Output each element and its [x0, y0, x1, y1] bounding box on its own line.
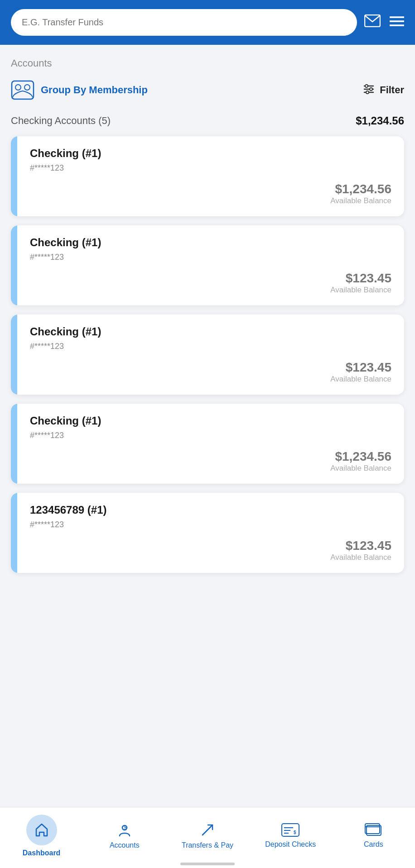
checking-accounts-header: Checking Accounts (5) $1,234.56 — [11, 114, 404, 127]
card-body: Checking (#1) #*****123 $1,234.56 Availa… — [17, 404, 404, 484]
nav-accounts-label: Accounts — [110, 841, 140, 849]
search-bar[interactable] — [11, 9, 357, 36]
main-content: Accounts Group By Membership — [0, 45, 415, 636]
card-balance: $123.45 — [346, 539, 391, 553]
nav-transfers-label: Transfers & Pay — [182, 841, 233, 849]
card-number: #*****123 — [30, 431, 391, 440]
card-number: #*****123 — [30, 342, 391, 351]
group-by-membership-button[interactable]: Group By Membership — [11, 80, 148, 100]
account-card-4[interactable]: Checking (#1) #*****123 $1,234.56 Availa… — [11, 404, 404, 484]
search-input[interactable] — [22, 17, 346, 28]
bottom-nav: Dashboard $ Accounts Transfers & Pay — [0, 807, 415, 868]
svg-text:$: $ — [294, 830, 296, 835]
bottom-indicator — [180, 863, 235, 865]
card-balance-row: $1,234.56 Available Balance — [30, 182, 391, 205]
card-balance-row: $123.45 Available Balance — [30, 539, 391, 562]
account-card-2[interactable]: Checking (#1) #*****123 $123.45 Availabl… — [11, 225, 404, 305]
accounts-title: Accounts — [11, 57, 404, 69]
menu-icon[interactable] — [390, 15, 404, 30]
checking-total: $1,234.56 — [356, 114, 404, 127]
card-balance: $1,234.56 — [335, 449, 391, 464]
svg-line-15 — [203, 825, 212, 835]
card-body: Checking (#1) #*****123 $123.45 Availabl… — [17, 315, 404, 395]
card-name: Checking (#1) — [30, 415, 391, 427]
card-body: 123456789 (#1) #*****123 $123.45 Availab… — [17, 493, 404, 573]
nav-dashboard-bg — [26, 815, 57, 845]
account-card-5[interactable]: 123456789 (#1) #*****123 $123.45 Availab… — [11, 493, 404, 573]
toolbar: Group By Membership Filter — [11, 80, 404, 100]
account-card-1[interactable]: Checking (#1) #*****123 $1,234.56 Availa… — [11, 136, 404, 216]
svg-text:$: $ — [124, 825, 127, 831]
card-balance-row: $1,234.56 Available Balance — [30, 449, 391, 473]
svg-point-12 — [366, 91, 369, 94]
card-balance: $1,234.56 — [335, 182, 391, 196]
card-balance-label: Available Balance — [330, 196, 391, 205]
card-name: 123456789 (#1) — [30, 504, 391, 516]
card-number: #*****123 — [30, 253, 391, 262]
card-body: Checking (#1) #*****123 $1,234.56 Availa… — [17, 136, 404, 216]
card-balance-label: Available Balance — [330, 464, 391, 473]
card-number: #*****123 — [30, 520, 391, 529]
nav-item-deposit[interactable]: $ Deposit Checks — [249, 823, 332, 849]
header-icons — [364, 14, 404, 30]
nav-item-cards[interactable]: Cards — [332, 823, 415, 849]
card-name: Checking (#1) — [30, 236, 391, 249]
account-cards-list: Checking (#1) #*****123 $1,234.56 Availa… — [11, 136, 404, 573]
svg-point-6 — [24, 85, 30, 90]
card-balance: $123.45 — [346, 360, 391, 375]
nav-deposit-label: Deposit Checks — [265, 840, 316, 849]
card-name: Checking (#1) — [30, 325, 391, 338]
card-number: #*****123 — [30, 163, 391, 173]
nav-item-dashboard[interactable]: Dashboard — [0, 815, 83, 857]
filter-label: Filter — [380, 84, 404, 96]
card-accent — [11, 315, 17, 395]
card-accent — [11, 404, 17, 484]
card-balance-label: Available Balance — [330, 553, 391, 562]
card-accent — [11, 225, 17, 305]
card-balance-label: Available Balance — [330, 375, 391, 384]
nav-item-transfers[interactable]: Transfers & Pay — [166, 822, 249, 849]
card-accent — [11, 136, 17, 216]
card-balance: $123.45 — [346, 271, 391, 286]
card-body: Checking (#1) #*****123 $123.45 Availabl… — [17, 225, 404, 305]
card-balance-label: Available Balance — [330, 286, 391, 295]
nav-dashboard-label: Dashboard — [23, 849, 61, 857]
svg-rect-4 — [12, 81, 34, 99]
group-label: Group By Membership — [41, 84, 148, 96]
card-balance-row: $123.45 Available Balance — [30, 360, 391, 384]
card-balance-row: $123.45 Available Balance — [30, 271, 391, 295]
nav-cards-label: Cards — [364, 840, 383, 849]
app-header — [0, 0, 415, 45]
message-icon[interactable] — [364, 14, 381, 30]
checking-section-title: Checking Accounts (5) — [11, 115, 111, 127]
card-name: Checking (#1) — [30, 147, 391, 160]
card-accent — [11, 493, 17, 573]
nav-item-accounts[interactable]: $ Accounts — [83, 822, 166, 849]
svg-point-5 — [15, 85, 21, 90]
svg-point-11 — [370, 88, 372, 91]
filter-icon — [362, 83, 375, 97]
account-card-3[interactable]: Checking (#1) #*****123 $123.45 Availabl… — [11, 315, 404, 395]
filter-button[interactable]: Filter — [362, 83, 404, 97]
svg-point-10 — [365, 85, 368, 87]
